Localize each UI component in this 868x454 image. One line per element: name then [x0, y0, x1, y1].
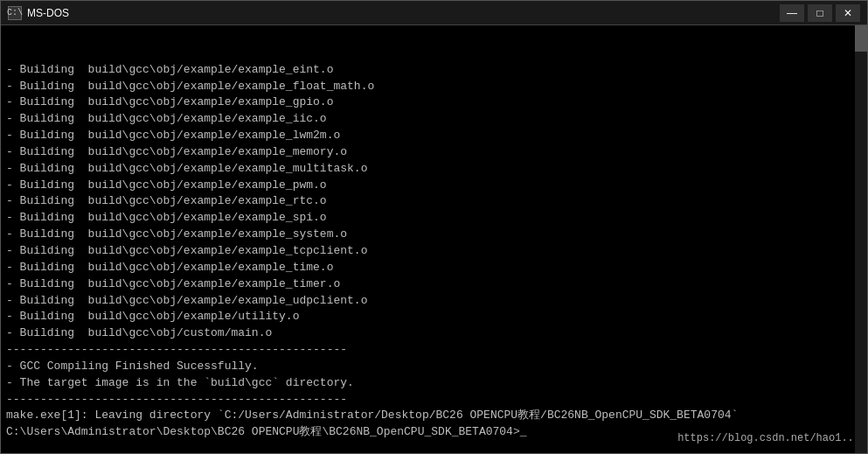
terminal-line: - Building build\gcc\obj/example/example… — [6, 79, 862, 95]
terminal-line: - Building build\gcc\obj/example/example… — [6, 210, 862, 227]
terminal-line: - The target image is in the `build\gcc`… — [6, 375, 862, 392]
terminal-line: - Building build\gcc\obj/example/example… — [6, 111, 862, 128]
scrollbar-thumb[interactable] — [855, 25, 867, 52]
terminal-line: - Building build\gcc\obj/example/example… — [6, 227, 862, 243]
terminal-line: ----------------------------------------… — [6, 392, 862, 409]
terminal-line: - Building build\gcc\obj/example/example… — [6, 94, 862, 111]
maximize-button[interactable]: □ — [808, 4, 832, 22]
close-button[interactable]: ✕ — [836, 4, 860, 22]
terminal-line: - Building build\gcc\obj/example/example… — [6, 293, 862, 310]
icon-symbol: C:\ — [7, 8, 23, 17]
terminal-line: - Building build\gcc\obj/example/example… — [6, 276, 862, 293]
terminal-line: - Building build\gcc\obj/example/example… — [6, 193, 862, 210]
terminal-line: - Building build\gcc\obj/example/example… — [6, 62, 862, 79]
terminal-body: - Building build\gcc\obj/example/example… — [1, 25, 867, 453]
terminal-line: ----------------------------------------… — [6, 342, 862, 359]
title-bar-controls: — □ ✕ — [780, 4, 860, 22]
scrollbar[interactable] — [855, 25, 867, 453]
window: C:\ MS-DOS — □ ✕ - Building build\gcc\ob… — [0, 0, 868, 454]
terminal-line: - GCC Compiling Finished Sucessfully. — [6, 359, 862, 375]
title-bar-left: C:\ MS-DOS — [8, 6, 69, 20]
minimize-button[interactable]: — — [780, 4, 804, 22]
terminal-line: - Building build\gcc\obj/example/example… — [6, 128, 862, 144]
terminal-content: - Building build\gcc\obj/example/example… — [6, 29, 862, 441]
terminal-line: make.exe[1]: Leaving directory `C:/Users… — [6, 408, 862, 424]
window-title: MS-DOS — [27, 7, 69, 19]
terminal-line: - Building build\gcc\obj/example/utility… — [6, 309, 862, 325]
terminal-line: - Building build\gcc\obj/example/example… — [6, 178, 862, 194]
app-icon: C:\ — [8, 6, 22, 20]
watermark: https://blog.csdn.net/hao1... — [677, 431, 860, 446]
terminal-line: - Building build\gcc\obj/example/example… — [6, 260, 862, 276]
terminal-line: - Building build\gcc\obj/custom/main.o — [6, 325, 862, 342]
terminal-line: - Building build\gcc\obj/example/example… — [6, 161, 862, 178]
terminal-line: - Building build\gcc\obj/example/example… — [6, 243, 862, 260]
title-bar: C:\ MS-DOS — □ ✕ — [1, 1, 867, 25]
terminal-line: - Building build\gcc\obj/example/example… — [6, 144, 862, 161]
